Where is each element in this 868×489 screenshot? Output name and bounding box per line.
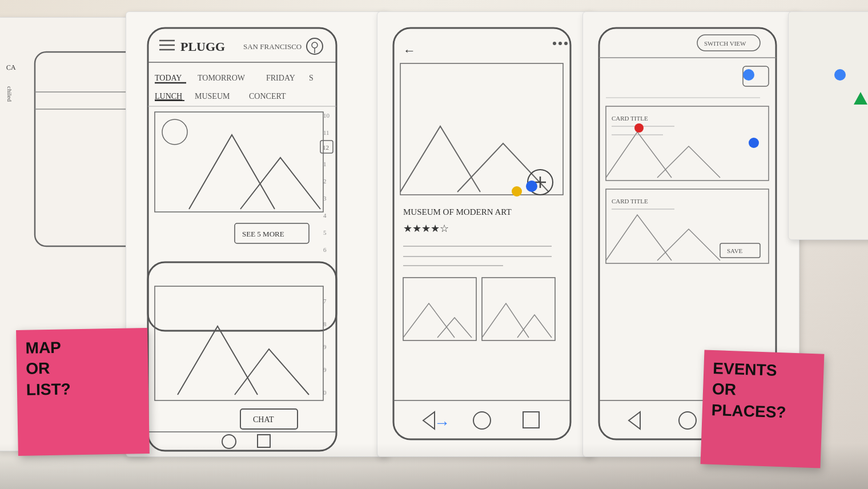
dot-blue-mid: [749, 138, 759, 148]
svg-text:CARD TITLE: CARD TITLE: [612, 115, 648, 122]
svg-text:CONCERT: CONCERT: [249, 92, 286, 101]
svg-rect-37: [148, 262, 336, 451]
svg-rect-43: [258, 435, 270, 447]
postit-left: MAP OR LIST?: [16, 328, 150, 456]
dot-yellow: [512, 186, 522, 197]
svg-point-11: [312, 42, 318, 48]
svg-text:9: 9: [323, 366, 327, 373]
svg-text:4: 4: [323, 212, 327, 219]
svg-point-51: [553, 42, 556, 45]
svg-text:SAVE: SAVE: [727, 247, 743, 254]
svg-text:10: 10: [323, 112, 330, 119]
svg-text:MUSEUM: MUSEUM: [195, 92, 230, 101]
svg-marker-66: [423, 412, 435, 429]
phone-wireframe-1-bottom: CHAT 7 8 9 9 0: [143, 258, 360, 469]
svg-point-52: [558, 42, 562, 45]
postit-left-line2: OR: [26, 357, 139, 380]
svg-text:MUSEUM OF MODERN ART: MUSEUM OF MODERN ART: [403, 207, 512, 217]
svg-text:9: 9: [323, 343, 327, 350]
svg-text:2: 2: [323, 178, 327, 185]
arrow-right: →: [434, 414, 450, 432]
svg-point-86: [679, 412, 696, 429]
svg-text:←: ←: [403, 43, 416, 58]
svg-text:CHAT: CHAT: [253, 415, 274, 424]
postit-right: EVENTS OR PLACES?: [701, 350, 825, 468]
svg-text:SEE 5 MORE: SEE 5 MORE: [242, 230, 284, 238]
svg-text:0: 0: [323, 389, 327, 396]
svg-marker-85: [629, 412, 640, 429]
svg-text:1: 1: [323, 161, 327, 167]
svg-text:TOMORROW: TOMORROW: [198, 74, 246, 82]
svg-text:7: 7: [323, 298, 327, 304]
postit-left-line1: MAP: [25, 336, 139, 359]
dot-blue-far-right: [834, 69, 846, 81]
svg-rect-54: [400, 63, 563, 195]
dot-green-triangle: [854, 92, 867, 105]
paper-sheet-mid: ← MUSEUM OF MODERN ART ★★★★☆: [377, 11, 594, 457]
svg-text:TODAY: TODAY: [155, 74, 182, 82]
phone-wireframe-2: ← MUSEUM OF MODERN ART ★★★★☆: [389, 23, 583, 452]
svg-text:SWITCH VIEW: SWITCH VIEW: [704, 40, 746, 47]
dot-blue-top: [743, 69, 754, 81]
postit-right-line3: PLACES?: [711, 400, 813, 424]
svg-point-24: [162, 119, 187, 145]
dot-blue-map: [526, 181, 537, 192]
postit-right-line1: EVENTS: [713, 358, 815, 383]
svg-text:3: 3: [323, 195, 327, 202]
svg-text:SAN FRANCISCO: SAN FRANCISCO: [243, 42, 302, 51]
svg-text:PLUGG: PLUGG: [180, 39, 225, 54]
paper-sheet-center: PLUGG SAN FRANCISCO TODAY TOMORROW FRIDA…: [126, 11, 388, 457]
dot-red-mid: [634, 123, 644, 133]
left-sheet-label: CA: [6, 63, 16, 72]
svg-rect-38: [155, 286, 323, 400]
postit-right-line2: OR: [712, 379, 814, 403]
svg-text:11: 11: [323, 129, 329, 136]
svg-rect-0: [35, 52, 138, 246]
svg-text:★★★★☆: ★★★★☆: [403, 223, 449, 234]
svg-text:6: 6: [323, 246, 327, 253]
postit-left-line3: LIST?: [26, 378, 140, 400]
svg-text:CARD TITLE: CARD TITLE: [612, 198, 648, 205]
svg-point-67: [473, 412, 491, 429]
left-sheet-vertical-text: chiled: [6, 86, 13, 102]
svg-text:8: 8: [323, 320, 327, 327]
svg-text:LUNCH: LUNCH: [155, 92, 182, 101]
paper-sheet-far-right: [788, 11, 868, 240]
svg-text:12: 12: [323, 144, 329, 151]
svg-text:5: 5: [323, 229, 327, 236]
svg-point-42: [222, 435, 236, 448]
svg-rect-64: [482, 278, 555, 340]
svg-rect-23: [155, 112, 323, 212]
svg-rect-63: [403, 278, 476, 340]
svg-point-53: [564, 42, 568, 45]
svg-rect-68: [523, 412, 539, 428]
svg-text:FRIDAY: FRIDAY: [266, 74, 295, 82]
svg-text:S: S: [309, 74, 314, 82]
